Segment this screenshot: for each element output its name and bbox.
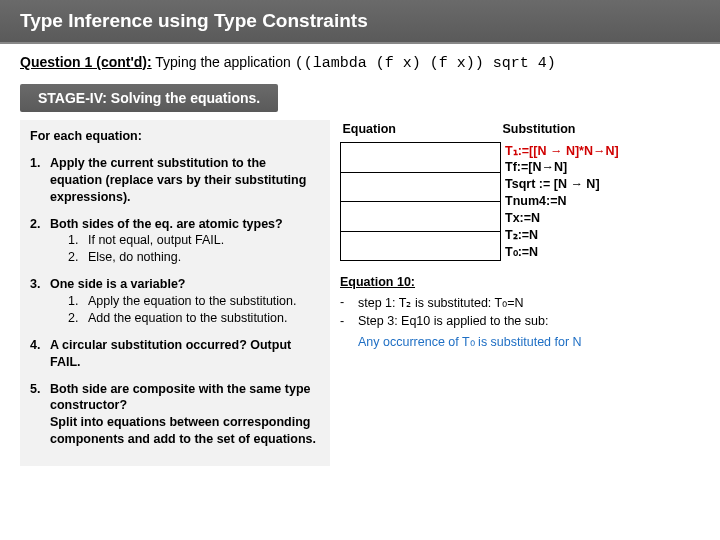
step-3-sub-1-text: Apply the equation to the substitution.	[88, 293, 296, 310]
bullet-icon: -	[340, 295, 358, 310]
step-5-body: Both side are composite with the same ty…	[50, 382, 316, 447]
step-2-body: Both sides of the eq. are atomic types?	[50, 217, 283, 231]
step-5-num: 5.	[30, 381, 50, 449]
step-3: 3. One side is a variable? 1.Apply the e…	[30, 276, 320, 327]
sub-line-2: Tf:=[N→N]	[505, 160, 567, 174]
substitution-cell: T₁:=[[N → N]*N→N] Tf:=[N→N] Tsqrt := [N …	[501, 143, 701, 261]
step-2-sub-2-text: Else, do nothing.	[88, 249, 181, 266]
step-2-num: 2.	[30, 216, 50, 267]
step-3-sub-2-text: Add the equation to the substitution.	[88, 310, 287, 327]
table-header-substitution: Substitution	[501, 120, 701, 143]
sub-line-6: T₂:=N	[505, 228, 538, 242]
step-3-sub-2-num: 2.	[68, 310, 88, 327]
step-3-sub-1-num: 1.	[68, 293, 88, 310]
step-4: 4. A circular substitution occurred? Out…	[30, 337, 320, 371]
table-header-equation: Equation	[341, 120, 501, 143]
step-1: 1. Apply the current substitution to the…	[30, 155, 320, 206]
sub-line-5: Tx:=N	[505, 211, 540, 225]
bullet-icon: -	[340, 314, 358, 328]
sub-line-7: T₀:=N	[505, 245, 538, 259]
slide-title: Type Inference using Type Constraints	[0, 0, 720, 44]
step-5: 5. Both side are composite with the same…	[30, 381, 320, 449]
equation-detail-title: Equation 10:	[340, 275, 700, 289]
step-2-sub-1-num: 1.	[68, 232, 88, 249]
table-row	[341, 231, 501, 261]
question-code: ((lambda (f x) (f x)) sqrt 4)	[295, 55, 556, 72]
step-3-body: One side is a variable?	[50, 277, 185, 291]
equation-step-2-text: Step 3: Eq10 is applied to the sub:	[358, 314, 548, 328]
step-1-body: Apply the current substitution to the eq…	[50, 156, 306, 204]
sub-line-4: Tnum4:=N	[505, 194, 566, 208]
step-2-sub-2-num: 2.	[68, 249, 88, 266]
equation-step-1: - step 1: T₂ is substituted: T₀=N	[340, 295, 700, 310]
question-label: Question 1 (cont'd):	[20, 54, 152, 70]
step-4-body: A circular substitution occurred? Output…	[50, 338, 291, 369]
table-row	[341, 143, 501, 173]
algorithm-panel: For each equation: 1. Apply the current …	[20, 120, 330, 466]
step-2-sub-1-text: If not equal, output FAIL.	[88, 232, 224, 249]
sub-line-3: Tsqrt := [N → N]	[505, 177, 600, 191]
table-row	[341, 172, 501, 202]
equation-step-2: - Step 3: Eq10 is applied to the sub:	[340, 314, 700, 328]
step-3-num: 3.	[30, 276, 50, 327]
step-4-num: 4.	[30, 337, 50, 371]
equation-detail: Equation 10: - step 1: T₂ is substituted…	[340, 275, 700, 349]
right-panel: Equation Substitution T₁:=[[N → N]*N→N] …	[340, 120, 700, 466]
content-area: Question 1 (cont'd): Typing the applicat…	[0, 44, 720, 466]
step-2: 2. Both sides of the eq. are atomic type…	[30, 216, 320, 267]
step-1-num: 1.	[30, 155, 50, 206]
table-row	[341, 202, 501, 232]
question-text: Typing the application	[155, 54, 290, 70]
equation-step-1-text: step 1: T₂ is substituted: T₀=N	[358, 295, 524, 310]
question-line: Question 1 (cont'd): Typing the applicat…	[20, 54, 700, 72]
equation-table: Equation Substitution T₁:=[[N → N]*N→N] …	[340, 120, 700, 261]
foreach-heading: For each equation:	[30, 128, 320, 145]
stage-badge: STAGE-IV: Solving the equations.	[20, 84, 278, 112]
any-occurrence-text: Any occurrence of T₀ is substituted for …	[358, 334, 700, 349]
sub-line-1: T₁:=[[N → N]*N→N]	[505, 144, 619, 158]
